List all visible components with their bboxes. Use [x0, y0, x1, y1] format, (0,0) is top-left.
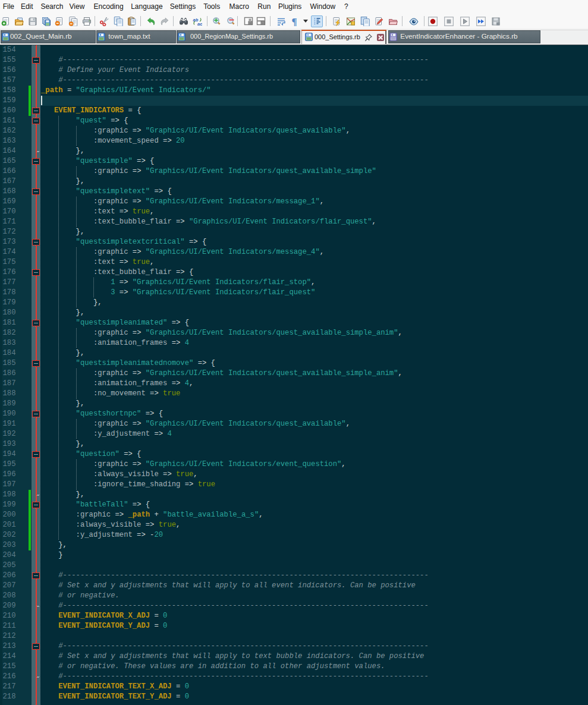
svg-text:ac: ac [197, 21, 202, 26]
svg-text:¶: ¶ [291, 17, 297, 26]
